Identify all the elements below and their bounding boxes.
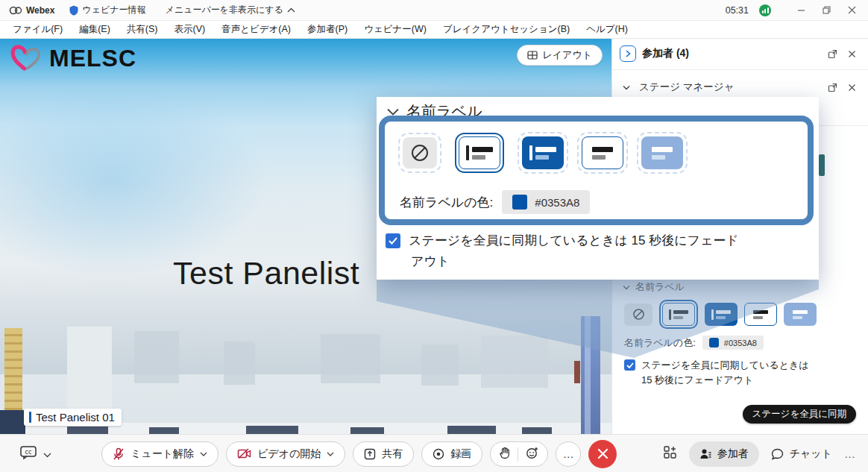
name-label-accent-bar bbox=[29, 412, 31, 423]
popout-icon[interactable] bbox=[825, 47, 839, 60]
color-hex-value: #0353A8 bbox=[535, 196, 579, 209]
menu-file[interactable]: ファイル(F) bbox=[4, 23, 71, 36]
mic-muted-icon bbox=[113, 447, 125, 461]
melsc-logo: MELSC bbox=[9, 43, 136, 73]
building-windows bbox=[246, 426, 298, 434]
collapse-panel-button[interactable] bbox=[620, 45, 636, 62]
menu-webinar[interactable]: ウェビナー(W) bbox=[356, 23, 435, 36]
sync-stage-button[interactable]: ステージを全員に同期 bbox=[743, 405, 856, 424]
menu-edit[interactable]: 編集(E) bbox=[71, 23, 119, 36]
panel-divider bbox=[612, 69, 868, 70]
reactions-button[interactable] bbox=[526, 447, 538, 462]
chevron-up-icon bbox=[287, 7, 295, 13]
start-video-label: ビデオの開始 bbox=[257, 447, 321, 461]
close-panel-icon[interactable] bbox=[845, 47, 858, 60]
participants-panel-title: 参加者 (4) bbox=[642, 47, 689, 60]
building-silhouette bbox=[421, 344, 459, 386]
layout-button-label: レイアウト bbox=[542, 48, 592, 62]
building-silhouette bbox=[481, 336, 548, 388]
webinar-info-button[interactable]: ウェビナー情報 bbox=[62, 4, 153, 16]
chevron-down-icon[interactable] bbox=[620, 81, 633, 94]
captions-button[interactable]: cc bbox=[19, 445, 37, 463]
webex-window: Webex ウェビナー情報 メニューバーを非表示にする 05:31 ファイル(F… bbox=[0, 0, 868, 472]
webex-logo: Webex bbox=[9, 5, 57, 16]
hide-menubar-button[interactable]: メニューバーを非表示にする bbox=[158, 4, 303, 16]
building-windows bbox=[149, 427, 179, 434]
color-swatch bbox=[709, 338, 719, 347]
raise-hand-button[interactable] bbox=[500, 447, 510, 462]
menu-audio-video[interactable]: 音声とビデオ(A) bbox=[213, 23, 299, 36]
label-style-centered-filled[interactable] bbox=[784, 303, 817, 326]
chat-toggle-button[interactable]: チャット bbox=[771, 447, 832, 461]
color-hex-value: #0353A8 bbox=[724, 339, 757, 347]
divider bbox=[518, 447, 518, 461]
chevron-down-icon bbox=[327, 452, 334, 456]
unmute-button[interactable]: ミュート解除 bbox=[101, 441, 218, 467]
label-style-none[interactable] bbox=[403, 137, 437, 169]
menu-participants[interactable]: 参加者(P) bbox=[299, 23, 356, 36]
red-building bbox=[574, 361, 580, 383]
color-picker-button[interactable]: #0353A8 bbox=[502, 190, 590, 214]
menu-breakout[interactable]: ブレイクアウトセッション(B) bbox=[435, 23, 578, 36]
connection-quality-icon[interactable] bbox=[759, 4, 771, 16]
color-picker-button[interactable]: #0353A8 bbox=[702, 336, 764, 350]
layout-grid-icon bbox=[527, 51, 538, 60]
participants-toggle-label: 参加者 bbox=[717, 447, 749, 461]
reactions-group bbox=[490, 441, 548, 467]
fade-checkbox-label-line2: アウト bbox=[411, 252, 450, 271]
magnified-fade-checkbox-row: ステージを全員に同期しているときは 15 秒後にフェード bbox=[386, 231, 739, 251]
magnifier-highlight-box: 名前ラベルの色: #0353A8 bbox=[379, 116, 814, 225]
stage-manager-header: ステージ マネージャ bbox=[612, 78, 868, 97]
more-panels-button[interactable]: … bbox=[844, 447, 856, 460]
building-windows bbox=[350, 427, 384, 434]
label-style-centered-filled[interactable] bbox=[641, 136, 683, 169]
building-silhouette bbox=[224, 342, 255, 385]
name-label-text: Test Panelist 01 bbox=[36, 411, 115, 424]
layout-button[interactable]: レイアウト bbox=[517, 45, 603, 66]
menu-view[interactable]: 表示(V) bbox=[166, 23, 213, 36]
more-dots: … bbox=[563, 447, 574, 460]
start-video-button[interactable]: ビデオの開始 bbox=[226, 441, 345, 467]
color-label: 名前ラベルの色: bbox=[400, 194, 493, 211]
building-windows bbox=[447, 426, 496, 434]
more-options-button[interactable]: … bbox=[556, 441, 581, 467]
fade-checkbox[interactable] bbox=[624, 359, 635, 371]
fade-checkbox-label-line2: 15 秒後にフェードアウト bbox=[641, 373, 753, 388]
close-window-button[interactable] bbox=[843, 3, 861, 18]
chevron-down-icon bbox=[387, 108, 399, 116]
magnified-color-row: 名前ラベルの色: #0353A8 bbox=[400, 190, 590, 214]
label-style-leftbar-filled[interactable] bbox=[522, 136, 564, 169]
popout-icon[interactable] bbox=[825, 81, 839, 94]
participant-name-label: Test Panelist 01 bbox=[24, 409, 122, 426]
leave-meeting-button[interactable] bbox=[588, 440, 617, 468]
menu-share[interactable]: 共有(S) bbox=[119, 23, 166, 36]
app-name: Webex bbox=[26, 5, 54, 16]
apps-button[interactable] bbox=[663, 445, 677, 462]
fade-checkbox[interactable] bbox=[386, 233, 400, 248]
svg-text:cc: cc bbox=[25, 448, 32, 455]
control-bar: cc ミュート解除 ビデオの開始 共有 録画 bbox=[0, 434, 868, 472]
dark-building bbox=[0, 410, 25, 434]
sync-stage-button-label: ステージを全員に同期 bbox=[752, 408, 846, 421]
meeting-timer: 05:31 bbox=[726, 5, 749, 16]
record-button[interactable]: 録画 bbox=[421, 441, 482, 467]
stage-thumbnail-fragment bbox=[819, 154, 825, 176]
record-label: 録画 bbox=[450, 447, 471, 461]
webinar-info-label: ウェビナー情報 bbox=[82, 4, 145, 16]
building-windows bbox=[67, 427, 108, 434]
fade-checkbox-label: ステージを全員に同期しているときは bbox=[641, 358, 809, 373]
shield-icon bbox=[69, 5, 78, 16]
restore-button[interactable] bbox=[817, 3, 835, 18]
camera-off-icon bbox=[237, 448, 251, 459]
label-style-plain-outline[interactable] bbox=[582, 136, 623, 169]
close-panel-icon[interactable] bbox=[845, 81, 858, 94]
share-icon bbox=[364, 448, 376, 460]
shared-content-text: Test Panelist bbox=[173, 255, 359, 292]
menu-help[interactable]: ヘルプ(H) bbox=[578, 23, 636, 36]
label-style-leftbar-outline-selected[interactable] bbox=[455, 133, 504, 173]
participants-toggle-button[interactable]: 参加者 bbox=[689, 441, 759, 467]
captions-chevron-icon[interactable] bbox=[43, 447, 51, 461]
share-button[interactable]: 共有 bbox=[353, 441, 414, 467]
unmute-label: ミュート解除 bbox=[130, 447, 194, 461]
minimize-button[interactable] bbox=[792, 3, 810, 18]
